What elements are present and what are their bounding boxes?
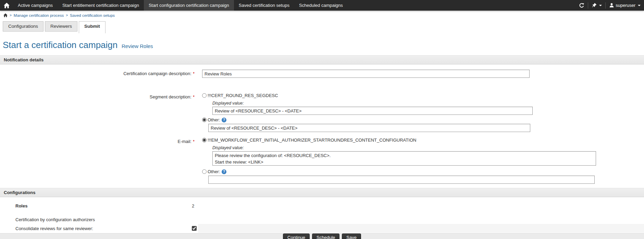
breadcrumb-link-manage-certification-process[interactable]: Manage certification process: [14, 13, 64, 17]
required-asterisk: *: [193, 94, 195, 99]
email-other-input[interactable]: [208, 176, 595, 184]
segment-description-label: Segment description:*: [0, 93, 195, 99]
email-other-label: Other:: [208, 169, 220, 174]
segment-other-radio[interactable]: [202, 118, 207, 122]
roles-count: 2: [192, 203, 194, 208]
segment-constant-radio[interactable]: [202, 93, 207, 98]
section-header-configurations: Configurations: [0, 188, 644, 197]
nav-item-start-configuration-certification-campaign[interactable]: Start configuration certification campai…: [144, 0, 234, 11]
navbar-separator: [588, 2, 588, 9]
email-other-radio[interactable]: [202, 169, 207, 174]
home-button[interactable]: [0, 0, 13, 11]
campaign-description-row: Certification campaign description:*: [0, 70, 644, 78]
tab-bar: Configurations Reviewers Submit: [0, 20, 644, 34]
segment-description-row: Segment description:* !!!CERT_ROUND_RES_…: [0, 93, 644, 132]
nav-item-start-entitlement-certification-campaign[interactable]: Start entitlement certification campaign: [58, 0, 144, 11]
consolidate-label: Consolidate reviews for same reviewer:: [15, 226, 192, 231]
required-asterisk: *: [193, 139, 195, 144]
app-navbar: Active campaigns Start entitlement certi…: [0, 0, 644, 11]
authorizers-row: Certification by configuration authorize…: [0, 215, 644, 224]
notification-form: Certification campaign description:* Seg…: [0, 64, 644, 188]
row-stripe: [198, 224, 644, 233]
continue-button[interactable]: Continue: [283, 234, 310, 239]
displayed-value-label: Displayed value:: [212, 145, 644, 150]
schedule-button[interactable]: Schedule: [312, 234, 339, 239]
home-icon: [4, 3, 10, 8]
save-button[interactable]: Save: [342, 234, 361, 239]
breadcrumb: > Manage certification process > Saved c…: [0, 11, 644, 20]
navbar-separator: [605, 2, 606, 9]
page-title: Start a certification campaign: [3, 40, 117, 50]
user-icon: [609, 3, 614, 8]
consolidate-checkbox[interactable]: [192, 226, 197, 231]
page-head: Start a certification campaign Review Ro…: [0, 34, 644, 55]
email-displayed-value-textarea[interactable]: Please review the configuration of: <RES…: [212, 151, 596, 166]
campaign-description-input[interactable]: [202, 70, 530, 78]
segment-constant-option: !!!CERT_ROUND_RES_SEGDESC: [202, 93, 644, 98]
email-label: E-mail:*: [0, 138, 195, 144]
help-icon[interactable]: ?: [222, 118, 226, 122]
segment-other-label: Other:: [208, 117, 220, 122]
breadcrumb-separator: >: [10, 13, 12, 17]
pin-menu-button[interactable]: [592, 3, 602, 8]
roles-row: Roles 2: [0, 201, 644, 210]
segment-other-input[interactable]: [208, 124, 530, 132]
segment-displayed-value-input[interactable]: [212, 107, 533, 115]
email-constant-label: !!!EM_WORKFLOW_CERT_INITIAL_AUTHORIZER_S…: [208, 138, 416, 143]
user-menu[interactable]: superuser: [609, 3, 641, 8]
segment-constant-label: !!!CERT_ROUND_RES_SEGDESC: [208, 93, 278, 98]
breadcrumb-separator: >: [66, 13, 68, 17]
refresh-button[interactable]: [579, 3, 584, 8]
breadcrumb-home-icon[interactable]: [3, 13, 8, 17]
email-constant-option: !!!EM_WORKFLOW_CERT_INITIAL_AUTHORIZER_S…: [202, 138, 644, 143]
nav-item-scheduled-campaigns[interactable]: Scheduled campaigns: [294, 0, 348, 11]
roles-label: Roles: [15, 203, 192, 208]
chevron-down-icon: [599, 5, 602, 6]
footer-bar: Continue Schedule Save: [0, 233, 644, 239]
tab-reviewers[interactable]: Reviewers: [45, 21, 77, 32]
breadcrumb-link-saved-certification-setups[interactable]: Saved certification setups: [70, 13, 115, 17]
nav-item-saved-certification-setups[interactable]: Saved certification setups: [234, 0, 294, 11]
chevron-down-icon: [638, 5, 641, 6]
pin-icon: [592, 3, 597, 8]
displayed-value-label: Displayed value:: [212, 101, 644, 106]
nav-item-active-campaigns[interactable]: Active campaigns: [13, 0, 58, 11]
user-name: superuser: [616, 3, 635, 8]
required-asterisk: *: [193, 71, 195, 76]
authorizers-label: Certification by configuration authorize…: [15, 217, 192, 222]
segment-other-option: Other: ?: [202, 117, 644, 122]
help-icon[interactable]: ?: [222, 169, 226, 174]
section-header-notification-details: Notification details: [0, 55, 644, 64]
campaign-description-label: Certification campaign description:*: [0, 70, 195, 76]
navbar-tools: superuser: [579, 0, 644, 11]
spacer: [0, 210, 644, 215]
email-constant-radio[interactable]: [202, 138, 207, 142]
tab-configurations[interactable]: Configurations: [3, 21, 44, 32]
email-other-option: Other: ?: [202, 169, 644, 174]
email-row: E-mail:* !!!EM_WORKFLOW_CERT_INITIAL_AUT…: [0, 138, 644, 184]
refresh-icon: [579, 3, 584, 8]
tab-submit[interactable]: Submit: [79, 21, 106, 33]
consolidate-row: Consolidate reviews for same reviewer:: [0, 224, 644, 233]
configurations-summary: Roles 2 Certification by configuration a…: [0, 197, 644, 233]
page-subtitle: Review Roles: [122, 43, 153, 49]
